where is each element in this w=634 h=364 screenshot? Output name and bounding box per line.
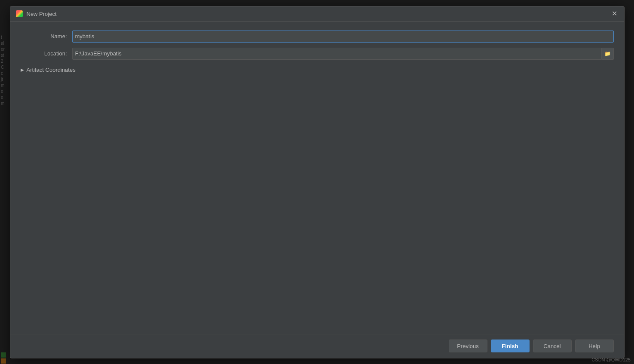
location-input[interactable] <box>72 48 602 60</box>
artifact-coordinates-toggle[interactable]: ▶ Artifact Coordinates <box>21 65 614 75</box>
name-label: Name: <box>21 33 72 40</box>
watermark: CSDN @QWD125 <box>591 357 631 362</box>
new-project-dialog: New Project ✕ Name: Location: 📁 <box>10 6 625 358</box>
intellij-icon <box>16 10 23 17</box>
dialog-body: Name: Location: 📁 ▶ Artifact Coordinates <box>10 22 624 334</box>
help-button[interactable]: Help <box>575 340 614 352</box>
dialog-footer: Previous Finish Cancel Help <box>10 334 624 358</box>
artifact-coordinates-section: ▶ Artifact Coordinates <box>21 65 614 75</box>
folder-icon: 📁 <box>604 51 611 57</box>
dialog-overlay: New Project ✕ Name: Location: 📁 <box>0 0 634 364</box>
previous-button[interactable]: Previous <box>449 340 487 352</box>
location-field-group: 📁 <box>72 48 614 60</box>
cancel-button[interactable]: Cancel <box>533 340 572 352</box>
finish-button[interactable]: Finish <box>491 340 530 352</box>
app-logo <box>15 10 23 18</box>
name-input[interactable] <box>72 31 614 43</box>
name-row: Name: <box>21 31 614 43</box>
chevron-right-icon: ▶ <box>21 67 24 72</box>
location-row: Location: 📁 <box>21 48 614 60</box>
browse-button[interactable]: 📁 <box>602 48 614 60</box>
dialog-title-left: New Project <box>15 10 57 18</box>
artifact-coordinates-label: Artifact Coordinates <box>27 67 76 73</box>
close-button[interactable]: ✕ <box>610 9 619 18</box>
dialog-titlebar: New Project ✕ <box>10 6 624 22</box>
location-label: Location: <box>21 50 72 57</box>
dialog-title: New Project <box>27 11 57 17</box>
